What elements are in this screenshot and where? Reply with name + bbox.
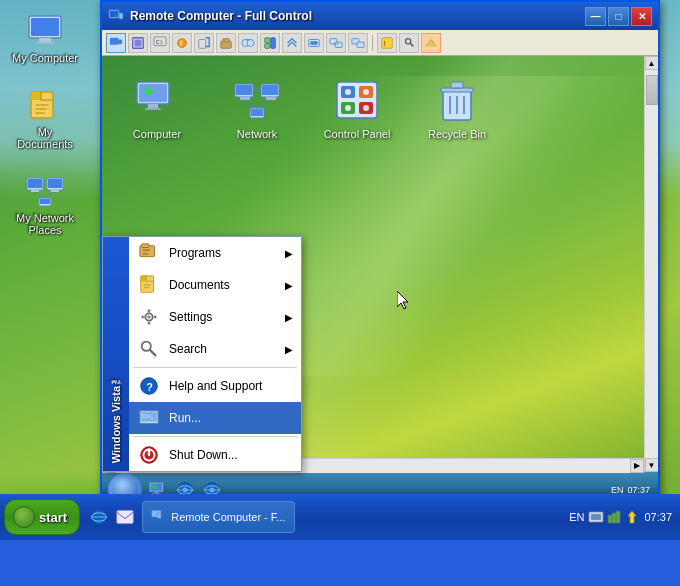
programs-arrow: ▶ <box>285 248 293 259</box>
my-network-icon[interactable]: My Network Places <box>10 170 80 236</box>
svg-rect-2 <box>39 38 51 42</box>
toolbar-icon-8[interactable] <box>260 33 280 53</box>
svg-text:!: ! <box>384 39 386 46</box>
desktop-icons-container: My Computer My Documents <box>10 10 80 236</box>
start-menu-documents[interactable]: Documents ▶ <box>129 269 301 301</box>
toolbar-icon-4[interactable]: ! <box>172 33 192 53</box>
systray-icon-3[interactable] <box>624 509 640 525</box>
toolbar-icon-15[interactable] <box>421 33 441 53</box>
menu-divider <box>133 367 297 368</box>
start-menu-search[interactable]: Search ▶ <box>129 333 301 365</box>
close-button[interactable]: ✕ <box>631 7 652 26</box>
scrollbar-thumb[interactable] <box>646 75 658 105</box>
start-menu-programs[interactable]: Programs ▶ <box>129 237 301 269</box>
minimize-icon: — <box>591 11 601 22</box>
systray-icon-2[interactable] <box>606 509 622 525</box>
toolbar-icon-2[interactable] <box>128 33 148 53</box>
start-menu-run[interactable]: C:\>_ Run... <box>129 402 301 434</box>
svg-rect-78 <box>451 82 463 88</box>
svg-rect-3 <box>35 42 55 44</box>
toolbar-icon-7[interactable] <box>238 33 258 53</box>
svg-text:C:\>_: C:\>_ <box>142 414 154 419</box>
toolbar-icon-5[interactable] <box>194 33 214 53</box>
svg-rect-89 <box>144 287 150 288</box>
run-label: Run... <box>169 411 201 425</box>
shutdown-icon <box>137 443 161 467</box>
maximize-icon: □ <box>615 11 621 22</box>
svg-rect-34 <box>223 38 230 42</box>
svg-rect-54 <box>148 104 158 108</box>
start-menu-items: Programs ▶ <box>129 237 301 471</box>
svg-line-18 <box>35 192 45 198</box>
taskbar-time: 07:37 <box>644 511 672 523</box>
toolbar-icon-12[interactable] <box>348 33 368 53</box>
svg-point-72 <box>345 89 351 95</box>
remote-desktop-icons: Computer <box>122 76 492 140</box>
svg-rect-10 <box>28 179 42 188</box>
svg-rect-22 <box>119 13 123 19</box>
main-taskbar: start Remote <box>0 494 680 540</box>
svg-rect-64 <box>251 109 263 116</box>
svg-point-113 <box>210 488 215 493</box>
start-menu-help[interactable]: ? Help and Support <box>129 370 301 402</box>
remote-computer-icon[interactable]: Computer <box>122 76 192 140</box>
remote-toolbar: C:\ ! <box>102 30 658 56</box>
settings-arrow: ▶ <box>285 312 293 323</box>
systray-icon-1[interactable] <box>588 509 604 525</box>
svg-rect-77 <box>441 88 473 92</box>
scrollbar-up-button[interactable]: ▲ <box>645 56 659 70</box>
svg-rect-57 <box>236 85 252 95</box>
toolbar-icon-11[interactable] <box>326 33 346 53</box>
my-network-label: My Network Places <box>10 212 80 236</box>
svg-rect-11 <box>31 190 39 192</box>
svg-rect-122 <box>591 514 601 520</box>
hscrollbar-right-button[interactable]: ▶ <box>630 459 644 473</box>
svg-point-109 <box>183 488 188 493</box>
toolbar-icon-1[interactable] <box>106 33 126 53</box>
svg-rect-17 <box>40 199 50 204</box>
my-computer-icon[interactable]: My Computer <box>10 10 80 64</box>
svg-rect-42 <box>311 41 318 45</box>
svg-rect-47 <box>357 42 364 47</box>
remote-recycle-bin-icon[interactable]: Recycle Bin <box>422 76 492 140</box>
taskbar-remote-task[interactable]: Remote Computer - F... <box>142 501 294 533</box>
my-computer-label: My Computer <box>12 52 78 64</box>
start-button[interactable]: start <box>4 499 80 535</box>
my-documents-label: My Documents <box>10 126 80 150</box>
toolbar-icon-14[interactable] <box>399 33 419 53</box>
svg-rect-83 <box>142 244 149 248</box>
my-documents-icon[interactable]: My Documents <box>10 84 80 150</box>
start-orb <box>13 506 35 528</box>
taskbar-ie-icon[interactable] <box>88 506 110 528</box>
svg-rect-8 <box>35 112 45 114</box>
documents-arrow: ▶ <box>285 280 293 291</box>
taskbar-email-icon[interactable] <box>114 506 136 528</box>
toolbar-icon-13[interactable]: ! <box>377 33 397 53</box>
remote-network-label: Network <box>237 128 277 140</box>
scrollbar-down-button[interactable]: ▼ <box>645 458 659 472</box>
remote-network-icon[interactable]: Network <box>222 76 292 140</box>
scrollbar-track[interactable] <box>645 70 659 458</box>
toolbar-icon-10[interactable] <box>304 33 324 53</box>
close-icon: ✕ <box>638 11 646 22</box>
remote-control-panel-label: Control Panel <box>324 128 391 140</box>
toolbar-icon-9[interactable] <box>282 33 302 53</box>
start-label: start <box>39 510 67 525</box>
toolbar-icon-6[interactable] <box>216 33 236 53</box>
svg-text:!: ! <box>180 38 183 47</box>
svg-line-51 <box>410 43 413 46</box>
remote-control-panel-icon[interactable]: Control Panel <box>322 76 392 140</box>
svg-point-91 <box>147 315 151 319</box>
svg-rect-119 <box>157 513 161 518</box>
start-menu-settings[interactable]: Settings ▶ <box>129 301 301 333</box>
window-controls: — □ ✕ <box>585 7 652 26</box>
svg-rect-7 <box>35 108 47 110</box>
svg-rect-60 <box>262 85 278 95</box>
minimize-button[interactable]: — <box>585 7 606 26</box>
start-menu-shutdown[interactable]: Shut Down... <box>129 439 301 471</box>
toolbar-icon-3[interactable]: C:\ <box>150 33 170 53</box>
svg-rect-58 <box>240 97 250 100</box>
svg-rect-88 <box>144 284 151 285</box>
maximize-button[interactable]: □ <box>608 7 629 26</box>
sidebar-text: Windows Vista™ <box>110 374 122 463</box>
